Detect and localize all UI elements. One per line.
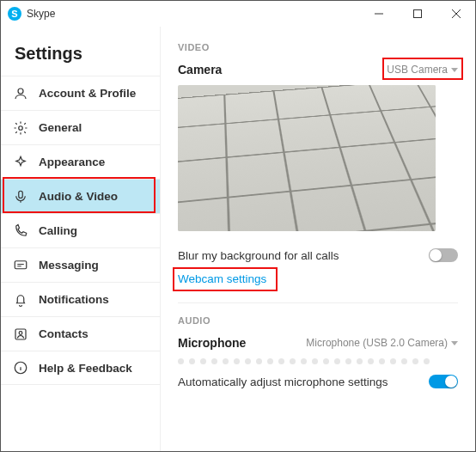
auto-adjust-mic-label: Automatically adjust microphone settings — [178, 376, 388, 388]
sidebar-item-label: Notifications — [39, 293, 109, 306]
sidebar-item-label: Calling — [39, 224, 77, 237]
sidebar-item-label: Audio & Video — [39, 190, 118, 203]
chevron-down-icon — [451, 68, 458, 72]
app-title: Skype — [27, 8, 55, 20]
sparkle-icon — [13, 155, 28, 170]
sidebar-item-label: General — [39, 121, 82, 134]
svg-rect-7 — [15, 260, 27, 268]
svg-rect-6 — [19, 191, 23, 198]
contacts-icon — [13, 327, 28, 342]
minimize-button[interactable] — [359, 1, 398, 27]
sidebar-item-label: Messaging — [39, 259, 99, 272]
sidebar-item-appearance[interactable]: Appearance — [1, 144, 160, 179]
microphone-row: Microphone Microphone (USB 2.0 Camera) — [178, 336, 458, 350]
auto-adjust-mic-row: Automatically adjust microphone settings — [178, 368, 458, 395]
main-panel: VIDEO Camera USB Camera Blur my backgrou… — [161, 27, 475, 451]
maximize-button[interactable] — [398, 1, 436, 27]
camera-dropdown[interactable]: USB Camera — [387, 64, 458, 76]
microphone-dropdown[interactable]: Microphone (USB 2.0 Camera) — [306, 337, 458, 349]
svg-point-5 — [19, 125, 23, 130]
camera-label: Camera — [178, 63, 222, 76]
sidebar-item-contacts[interactable]: Contacts — [1, 316, 160, 351]
camera-selected-value: USB Camera — [387, 64, 448, 76]
info-icon — [13, 360, 28, 376]
chevron-down-icon — [451, 341, 458, 345]
blur-background-label: Blur my background for all calls — [178, 249, 339, 262]
sidebar-item-notifications[interactable]: Notifications — [1, 282, 160, 316]
close-button[interactable] — [436, 1, 475, 27]
audio-section-label: AUDIO — [178, 315, 458, 326]
preview-image — [178, 85, 436, 231]
person-icon — [13, 86, 28, 101]
sidebar-item-label: Contacts — [39, 327, 88, 340]
svg-point-4 — [18, 89, 23, 94]
sidebar-item-audio-video[interactable]: Audio & Video — [1, 179, 160, 213]
app-window: S Skype Settings Account & Profile Gener… — [0, 0, 476, 452]
camera-row: Camera USB Camera — [178, 63, 458, 76]
sidebar-item-label: Help & Feedback — [39, 362, 132, 375]
sidebar: Settings Account & Profile General Appea… — [1, 27, 161, 451]
video-section-label: VIDEO — [178, 42, 458, 52]
sidebar-item-help-feedback[interactable]: Help & Feedback — [1, 351, 160, 385]
microphone-selected-value: Microphone (USB 2.0 Camera) — [306, 337, 448, 349]
blur-background-toggle[interactable] — [429, 248, 458, 262]
webcam-settings-link[interactable]: Webcam settings — [178, 269, 266, 294]
svg-rect-1 — [413, 10, 421, 18]
sidebar-item-label: Appearance — [39, 156, 105, 168]
microphone-level-meter — [178, 358, 458, 364]
sidebar-title: Settings — [1, 37, 160, 76]
skype-icon: S — [8, 7, 21, 21]
sidebar-item-messaging[interactable]: Messaging — [1, 247, 160, 282]
svg-point-9 — [19, 331, 22, 334]
sidebar-item-calling[interactable]: Calling — [1, 213, 160, 247]
sidebar-item-general[interactable]: General — [1, 110, 160, 144]
section-divider — [178, 302, 458, 303]
titlebar: S Skype — [1, 1, 475, 27]
camera-preview — [178, 85, 436, 231]
blur-background-row: Blur my background for all calls — [178, 241, 458, 269]
phone-icon — [13, 223, 28, 239]
microphone-label: Microphone — [178, 336, 246, 350]
microphone-icon — [13, 189, 28, 205]
sidebar-item-label: Account & Profile — [39, 87, 136, 100]
message-icon — [13, 258, 28, 273]
auto-adjust-mic-toggle[interactable] — [429, 375, 458, 388]
sidebar-item-account-profile[interactable]: Account & Profile — [1, 76, 160, 110]
gear-icon — [13, 120, 28, 136]
bell-icon — [13, 292, 28, 308]
